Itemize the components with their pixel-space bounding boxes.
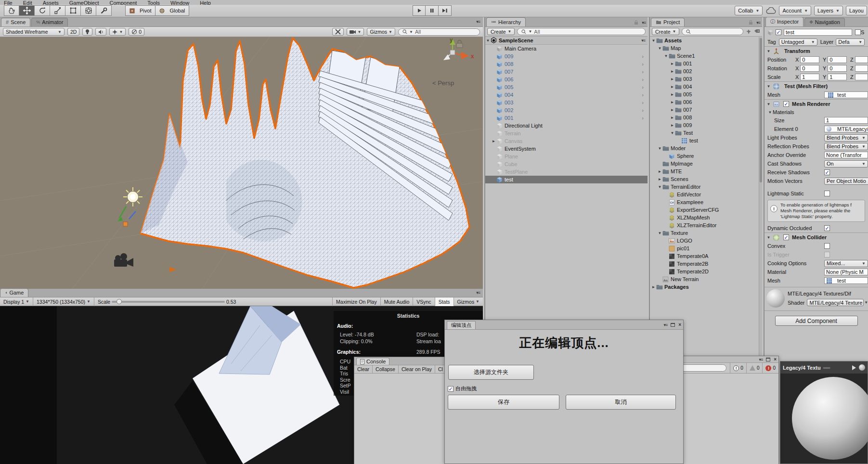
axis-field[interactable]: 0 bbox=[800, 56, 819, 63]
prefab-chevron-icon[interactable]: › bbox=[642, 92, 644, 98]
save-button[interactable]: 保存 bbox=[448, 395, 559, 410]
tab-scene[interactable]: #Scene bbox=[1, 18, 30, 26]
foldout-arrow[interactable]: ▼ bbox=[657, 146, 662, 151]
free-drag-checkbox[interactable]: ✓ bbox=[448, 386, 453, 392]
warning-filter-button[interactable]: 0 bbox=[746, 363, 763, 373]
project-item-logo[interactable]: LOGO bbox=[650, 237, 762, 245]
foldout-arrow[interactable]: ► bbox=[670, 116, 675, 120]
scale-tool-button[interactable] bbox=[50, 5, 65, 16]
maximize-on-play-button[interactable]: Maximize On Play bbox=[332, 297, 380, 306]
property-checkbox[interactable] bbox=[824, 243, 830, 249]
project-search-input[interactable] bbox=[682, 28, 743, 35]
error-filter-button[interactable]: !0 bbox=[762, 363, 778, 373]
mesh-filter-section-header[interactable]: ▼Test (Mesh Filter) bbox=[764, 81, 868, 90]
prefab-chevron-icon[interactable]: › bbox=[642, 100, 644, 105]
foldout-arrow[interactable]: ▼ bbox=[766, 102, 771, 106]
hierarchy-item-001[interactable]: 001› bbox=[485, 114, 648, 122]
hierarchy-create-button[interactable]: Create▼ bbox=[487, 28, 515, 35]
scale-track[interactable] bbox=[112, 301, 225, 303]
object-field[interactable]: None (Physic M bbox=[824, 269, 868, 275]
tab-project[interactable]: Project bbox=[651, 18, 685, 26]
maximize-icon[interactable] bbox=[671, 323, 675, 327]
project-item-001[interactable]: ►001 bbox=[650, 60, 762, 67]
panel-menu-icon[interactable]: ▾≡ bbox=[642, 20, 646, 25]
transform-tool-button[interactable] bbox=[81, 5, 96, 16]
lock-icon[interactable] bbox=[749, 20, 753, 25]
maximize-icon[interactable] bbox=[766, 358, 770, 361]
scene-search-input[interactable]: ▼All bbox=[398, 28, 480, 36]
scene-viewport[interactable]: y x < Persp bbox=[0, 37, 483, 289]
foldout-arrow[interactable]: ► bbox=[657, 169, 662, 174]
transform-section-header[interactable]: ▼Transform bbox=[764, 46, 868, 55]
collab-dropdown[interactable]: Collab▼ bbox=[735, 6, 763, 15]
axis-field[interactable]: 0 bbox=[828, 56, 847, 63]
hierarchy-item-canvas[interactable]: ►Canvas bbox=[485, 137, 648, 145]
layer-dropdown[interactable]: Defa▼ bbox=[836, 39, 865, 46]
axis-field[interactable]: 1 bbox=[828, 74, 847, 80]
project-item-exportservercfg[interactable]: ExportServerCFG bbox=[650, 206, 762, 214]
step-button[interactable] bbox=[439, 5, 452, 16]
property-field[interactable]: 1 bbox=[824, 117, 868, 124]
scene-menu-icon[interactable]: ▾≡ bbox=[641, 38, 645, 43]
hierarchy-item-directional-light[interactable]: Directional Light bbox=[485, 122, 648, 129]
search-by-type-icon[interactable] bbox=[746, 29, 751, 35]
foldout-arrow[interactable]: ▼ bbox=[485, 39, 491, 43]
effects-dropdown[interactable]: ▼ bbox=[109, 28, 126, 36]
project-create-button[interactable]: Create▼ bbox=[652, 28, 679, 35]
foldout-arrow[interactable]: ▼ bbox=[657, 231, 662, 235]
panel-menu-icon[interactable]: ▾≡ bbox=[476, 290, 480, 295]
gizmos-dropdown[interactable]: Gizmos▼ bbox=[367, 28, 395, 36]
material-preview-header[interactable]: Legacy/4 Textu ══ bbox=[780, 361, 868, 374]
cloud-icon[interactable] bbox=[765, 7, 776, 14]
project-item-temperate2b[interactable]: Temperate2B bbox=[650, 260, 762, 268]
project-item-map[interactable]: ▼Map bbox=[650, 44, 762, 52]
prefab-chevron-icon[interactable]: › bbox=[642, 53, 644, 59]
account-dropdown[interactable]: Account▼ bbox=[779, 6, 811, 15]
project-item-assets[interactable]: ▼Assets bbox=[650, 37, 762, 44]
property-dropdown[interactable]: Blend Probes▼ bbox=[824, 143, 868, 150]
add-component-button[interactable]: Add Component bbox=[775, 316, 858, 326]
axis-field[interactable] bbox=[855, 56, 868, 63]
panel-menu-icon[interactable]: ▾≡ bbox=[756, 20, 760, 25]
property-dropdown[interactable]: On▼ bbox=[824, 160, 868, 168]
material-thumbnail[interactable] bbox=[766, 289, 785, 308]
project-item-test[interactable]: test bbox=[650, 137, 762, 144]
panel-menu-icon[interactable]: ▾≡ bbox=[476, 19, 480, 24]
hierarchy-item-plane[interactable]: Plane bbox=[485, 153, 648, 160]
project-item-004[interactable]: ►004 bbox=[650, 83, 762, 90]
persp-label[interactable]: < Persp bbox=[432, 79, 454, 87]
project-item-pic01[interactable]: pic01 bbox=[650, 245, 762, 252]
foldout-arrow[interactable]: ► bbox=[651, 285, 656, 289]
close-icon[interactable]: × bbox=[678, 322, 681, 327]
layout-dropdown[interactable]: Layou bbox=[846, 6, 867, 15]
foldout-arrow[interactable]: ► bbox=[670, 123, 675, 128]
project-item-006[interactable]: ►006 bbox=[650, 98, 762, 106]
editor-tools-button[interactable] bbox=[332, 28, 344, 36]
rect-tool-button[interactable] bbox=[65, 5, 81, 16]
pivot-button[interactable]: Pivot bbox=[125, 5, 155, 16]
menu-file[interactable]: File bbox=[4, 0, 13, 5]
hierarchy-item-009[interactable]: 009› bbox=[485, 52, 648, 60]
rotate-tool-button[interactable] bbox=[35, 5, 50, 16]
project-item-009[interactable]: ►009 bbox=[650, 121, 762, 129]
project-item-mte[interactable]: ►MTE bbox=[650, 168, 762, 175]
foldout-arrow[interactable]: ▼ bbox=[657, 46, 662, 51]
project-item-scenes[interactable]: ►Scenes bbox=[650, 175, 762, 183]
menu-gameobject[interactable]: GameObject bbox=[69, 0, 99, 5]
static-checkbox[interactable] bbox=[855, 29, 861, 35]
custom-tool-button[interactable] bbox=[96, 5, 112, 16]
console-collapse-button[interactable]: Collapse bbox=[373, 365, 399, 373]
foldout-arrow[interactable]: ▼ bbox=[767, 110, 773, 115]
materials-foldout[interactable]: ▼Materials bbox=[764, 108, 868, 116]
shader-dropdown[interactable]: MTE/Legacy/4 Texture▼ bbox=[807, 299, 864, 306]
move-tool-button[interactable] bbox=[19, 5, 35, 16]
dynamic-occluded-checkbox[interactable]: ✓ bbox=[824, 225, 830, 231]
tab-inspector[interactable]: ⓘInspector bbox=[765, 17, 803, 26]
foldout-arrow[interactable]: ▼ bbox=[663, 54, 669, 58]
foldout-arrow[interactable]: ► bbox=[670, 100, 675, 104]
hierarchy-item-testplane[interactable]: TestPlane bbox=[485, 168, 648, 176]
axis-field[interactable] bbox=[855, 65, 868, 72]
project-item-005[interactable]: ►005 bbox=[650, 90, 762, 98]
scrollbar-thumb[interactable] bbox=[760, 38, 762, 182]
panel-menu-icon[interactable]: ▾≡ bbox=[663, 322, 667, 327]
